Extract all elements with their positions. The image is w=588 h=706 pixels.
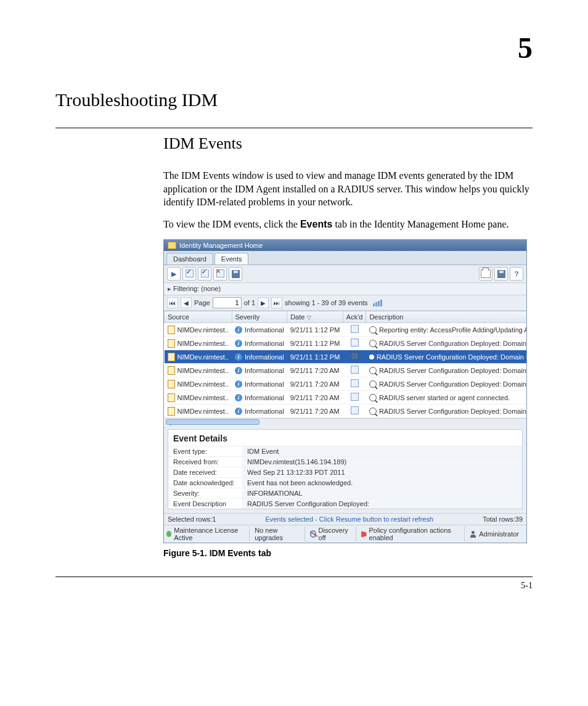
license-status: Maintenance License Active xyxy=(166,527,250,541)
magnifier-icon[interactable] xyxy=(369,408,377,415)
window-title: Identity Management Home xyxy=(179,242,263,249)
filter-expand-icon[interactable]: ▸ xyxy=(168,285,171,292)
table-row[interactable]: NIMDev.nimtest..iInformational9/21/11 7:… xyxy=(165,364,528,377)
severity-text: Informational xyxy=(245,326,284,334)
desc-text: RADIUS Server Configuration Deployed: Do… xyxy=(377,353,527,361)
col-ackd[interactable]: Ack'd xyxy=(343,311,366,323)
section-rule xyxy=(55,128,533,128)
source-text: NIMDev.nimtest.. xyxy=(178,340,229,347)
prev-page-button[interactable]: ◀ xyxy=(181,297,192,308)
source-text: NIMDev.nimtest.. xyxy=(178,326,229,334)
tab-dashboard[interactable]: Dashboard xyxy=(166,253,213,265)
filter-label: Filtering: xyxy=(173,285,199,292)
last-page-button[interactable]: ⏭ xyxy=(271,297,282,308)
info-icon: i xyxy=(235,340,242,347)
upgrades-status: No new upgrades xyxy=(255,527,304,541)
date-text: 9/21/11 1:12 PM xyxy=(287,323,343,337)
magnifier-icon[interactable] xyxy=(369,367,377,374)
folder-icon xyxy=(168,242,176,249)
paragraph2-prefix: To view the IDM events, click the xyxy=(163,219,300,229)
date-text: 9/21/11 7:20 AM xyxy=(287,391,343,404)
footer-bar: Maintenance License Active No new upgrad… xyxy=(164,525,526,543)
ack-checkbox[interactable] xyxy=(351,325,359,333)
filter-value: (none) xyxy=(201,285,221,292)
selected-dot-icon xyxy=(369,355,374,359)
severity-text: Informational xyxy=(245,353,284,361)
table-row[interactable]: NIMDev.nimtest..iInformational9/21/11 1:… xyxy=(165,323,528,337)
info-icon: i xyxy=(235,367,242,374)
table-row[interactable]: NIMDev.nimtest..iInformational9/21/11 7:… xyxy=(165,404,528,418)
tab-events[interactable]: Events xyxy=(214,253,249,265)
desc-text: RADIUS server started or agent connected… xyxy=(379,394,510,401)
date-text: 9/21/11 1:12 PM xyxy=(287,350,343,364)
ack-all-button[interactable]: ✓ xyxy=(198,267,211,281)
page-input[interactable] xyxy=(213,297,242,308)
magnifier-icon[interactable] xyxy=(369,394,377,401)
doc-icon xyxy=(168,353,175,361)
doc-icon xyxy=(168,339,175,348)
save-events-button[interactable] xyxy=(229,267,242,281)
next-page-button[interactable]: ▶ xyxy=(258,297,269,308)
floppy-icon xyxy=(497,270,505,278)
ack-checkbox[interactable] xyxy=(351,366,359,374)
desc-text: RADIUS Server Configuration Deployed: Do… xyxy=(379,408,527,415)
toolbar: ▶ ✓ ✓ × ? xyxy=(164,265,526,283)
table-row[interactable]: NIMDev.nimtest..iInformational9/21/11 7:… xyxy=(165,391,528,404)
chapter-number: 5 xyxy=(55,31,533,65)
delete-button[interactable]: × xyxy=(213,267,227,281)
ack-checkbox[interactable] xyxy=(351,352,359,360)
detail-value: IDM Event xyxy=(242,446,522,456)
info-icon: i xyxy=(235,326,242,334)
paging-row: ⏮ ◀ Page of 1 ▶ ⏭ showing 1 - 39 of 39 e… xyxy=(164,295,526,311)
source-text: NIMDev.nimtest.. xyxy=(178,408,229,415)
filter-row[interactable]: ▸ Filtering: (none) xyxy=(164,283,526,295)
table-row[interactable]: NIMDev.nimtest..iInformational9/21/11 1:… xyxy=(165,350,528,364)
person-icon xyxy=(470,531,476,538)
event-details-title: Event Details xyxy=(168,430,522,446)
resume-button[interactable]: ▶ xyxy=(167,267,181,281)
detail-key: Received from: xyxy=(168,456,242,467)
magnifier-icon[interactable] xyxy=(369,380,377,388)
col-description[interactable]: Description xyxy=(366,311,527,323)
magnifier-icon[interactable] xyxy=(369,340,377,347)
severity-text: Informational xyxy=(245,367,284,374)
date-text: 9/21/11 7:20 AM xyxy=(287,404,343,418)
detail-key: Date received: xyxy=(168,467,242,477)
help-button[interactable]: ? xyxy=(510,267,523,281)
intro-paragraph: The IDM Events window is used to view an… xyxy=(163,169,533,209)
date-text: 9/21/11 1:12 PM xyxy=(287,337,343,350)
col-date[interactable]: Date▽ xyxy=(287,311,343,323)
first-page-button[interactable]: ⏮ xyxy=(167,297,178,308)
detail-value: Wed Sep 21 13:12:33 PDT 2011 xyxy=(242,467,522,477)
ack-checkbox[interactable] xyxy=(351,379,359,387)
ack-button[interactable]: ✓ xyxy=(182,267,196,281)
table-row[interactable]: NIMDev.nimtest..iInformational9/21/11 1:… xyxy=(165,337,528,350)
ack-checkbox[interactable] xyxy=(351,406,359,414)
source-text: NIMDev.nimtest.. xyxy=(178,380,229,388)
desc-text: RADIUS Server Configuration Deployed: Do… xyxy=(379,340,527,347)
window-titlebar: Identity Management Home xyxy=(164,240,526,251)
ack-checkbox[interactable] xyxy=(351,339,359,347)
page-number: 5-1 xyxy=(55,581,533,591)
doc-icon xyxy=(168,380,175,388)
horizontal-scrollbar[interactable]: ◀ xyxy=(165,418,528,425)
col-severity[interactable]: Severity xyxy=(232,311,287,323)
ok-icon xyxy=(166,531,171,537)
desc-text: Reporting entity: AccessProfile Adding/U… xyxy=(379,326,527,334)
col-source[interactable]: Source xyxy=(165,311,232,323)
date-text: 9/21/11 7:20 AM xyxy=(287,377,343,391)
section-title: IDM Events xyxy=(163,134,533,153)
export-button[interactable] xyxy=(494,267,508,281)
print-button[interactable] xyxy=(479,267,492,281)
figure-screenshot: Identity Management Home Dashboard Event… xyxy=(163,239,527,543)
table-row[interactable]: NIMDev.nimtest..iInformational9/21/11 7:… xyxy=(165,377,528,391)
admin-status: Administrator xyxy=(470,527,524,541)
doc-icon xyxy=(168,366,175,375)
source-text: NIMDev.nimtest.. xyxy=(178,394,229,401)
floppy-icon xyxy=(232,270,240,278)
discovery-status[interactable]: Discovery off xyxy=(310,527,357,541)
ack-checkbox[interactable] xyxy=(351,393,359,401)
magnifier-icon[interactable] xyxy=(369,326,377,334)
detail-value: NIMDev.nimtest(15.146.194.189) xyxy=(242,456,522,467)
severity-text: Informational xyxy=(245,340,284,347)
